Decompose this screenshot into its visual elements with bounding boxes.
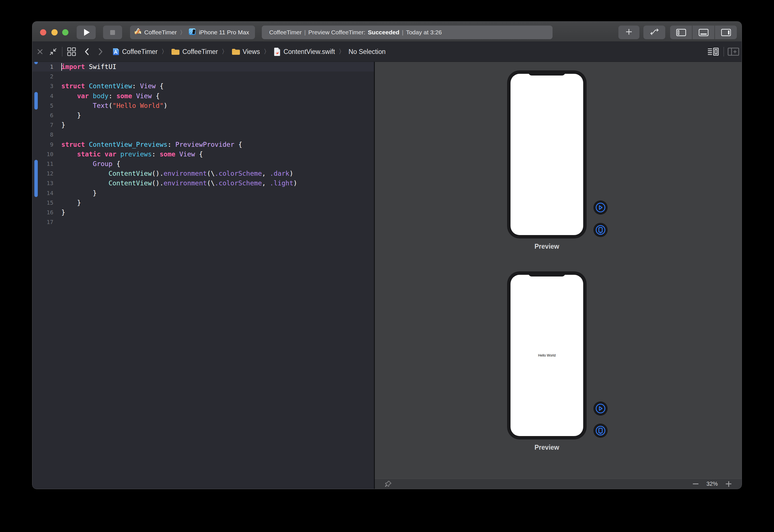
code-line[interactable]: 2 xyxy=(32,72,374,81)
code-line[interactable]: 5 Text("Hello World") xyxy=(32,101,374,110)
editor-options-button[interactable] xyxy=(707,47,719,56)
close-window-button[interactable] xyxy=(40,29,46,35)
minus-icon xyxy=(693,483,698,484)
line-number[interactable]: 17 xyxy=(32,219,53,225)
code-line[interactable]: 12 ContentView().environment(\.colorSche… xyxy=(32,169,374,178)
live-preview-button[interactable] xyxy=(593,401,608,416)
line-number[interactable]: 6 xyxy=(32,112,53,119)
code-line[interactable]: 8 xyxy=(32,130,374,139)
stop-icon xyxy=(110,30,115,35)
preview-screen-text: Hello World xyxy=(538,353,556,357)
breadcrumb-label: No Selection xyxy=(349,48,386,56)
code-line[interactable]: 14 } xyxy=(32,188,374,198)
preview-canvas-body: Preview xyxy=(375,62,742,479)
chevron-right-icon: 〉 xyxy=(180,29,185,36)
minimize-window-button[interactable] xyxy=(51,29,58,35)
status-action: Preview CoffeeTimer: xyxy=(308,29,365,36)
activity-status-bar[interactable]: CoffeeTimer | Preview CoffeeTimer: Succe… xyxy=(262,26,553,39)
app-scheme-icon xyxy=(134,28,142,37)
line-number[interactable]: 15 xyxy=(32,199,53,206)
source-change-bar[interactable] xyxy=(34,92,38,110)
divider xyxy=(723,47,724,56)
code-line[interactable]: 3struct ContentView: View { xyxy=(32,81,374,91)
line-number[interactable]: 7 xyxy=(32,122,53,128)
breadcrumb-item[interactable]: No Selection xyxy=(349,48,386,56)
add-editor-button[interactable] xyxy=(727,47,739,56)
code-rows: 1import SwiftUI23struct ContentView: Vie… xyxy=(32,62,374,227)
breadcrumb-separator: 〉 xyxy=(222,47,228,56)
code-line[interactable]: 13 ContentView().environment(\.colorSche… xyxy=(32,178,374,188)
line-number[interactable]: 9 xyxy=(32,141,53,148)
device-screen: Hello World xyxy=(511,275,583,436)
scheme-device-label: iPhone 11 Pro Max xyxy=(199,29,249,36)
device-screen xyxy=(511,74,583,235)
line-number[interactable]: 1 xyxy=(32,63,53,70)
code-text: } xyxy=(61,189,97,197)
breadcrumb-item[interactable]: Views xyxy=(232,48,260,56)
breadcrumb-item[interactable]: ContentView.swift xyxy=(273,47,335,56)
breadcrumb-item[interactable]: CoffeeTimer xyxy=(171,48,218,56)
code-line[interactable]: 10 static var previews: some View { xyxy=(32,149,374,159)
code-line[interactable]: 6 } xyxy=(32,110,374,120)
code-line[interactable]: 17 xyxy=(32,217,374,227)
zoom-in-button[interactable] xyxy=(725,481,732,487)
close-icon xyxy=(36,48,44,55)
go-forward-button[interactable] xyxy=(96,47,104,56)
line-number[interactable]: 3 xyxy=(32,83,53,89)
scheme-target-label: CoffeeTimer xyxy=(144,29,177,36)
stop-button[interactable] xyxy=(103,26,122,39)
source-change-bar[interactable] xyxy=(34,160,38,197)
line-number[interactable]: 2 xyxy=(32,73,53,80)
breadcrumb-separator: 〉 xyxy=(339,47,345,56)
code-text: struct ContentView_Previews: PreviewProv… xyxy=(61,141,242,148)
device-circle-icon xyxy=(595,225,606,235)
code-line[interactable]: 16} xyxy=(32,208,374,217)
related-items-button[interactable] xyxy=(67,47,76,56)
focus-editor-button[interactable] xyxy=(49,47,57,56)
editor-options-icon xyxy=(707,47,719,56)
code-line[interactable]: 1import SwiftUI xyxy=(32,62,374,72)
code-text: Group { xyxy=(61,160,120,167)
run-button[interactable] xyxy=(77,26,96,39)
code-text: Text("Hello World") xyxy=(61,102,168,109)
preview-title: Preview xyxy=(507,444,587,451)
collapse-arrows-icon xyxy=(49,47,57,56)
line-number[interactable]: 10 xyxy=(32,151,53,158)
preview-on-device-button[interactable] xyxy=(593,223,608,237)
code-text: } xyxy=(61,209,65,216)
line-number[interactable]: 16 xyxy=(32,209,53,216)
code-line[interactable]: 4 var body: some View { xyxy=(32,91,374,101)
editor-arrangement-button[interactable] xyxy=(643,26,665,39)
play-circle-icon xyxy=(595,403,606,414)
pin-preview-button[interactable] xyxy=(384,480,392,488)
plus-icon xyxy=(625,28,633,37)
breadcrumb-item[interactable]: CoffeeTimer xyxy=(112,48,158,56)
library-add-button[interactable] xyxy=(618,26,639,39)
toggle-inspector-button[interactable] xyxy=(715,26,737,39)
status-separator: | xyxy=(304,29,306,36)
live-preview-button[interactable] xyxy=(593,200,608,215)
close-preview-button[interactable] xyxy=(36,48,44,55)
toggle-navigator-button[interactable] xyxy=(670,26,692,39)
plus-icon xyxy=(726,483,731,484)
code-line[interactable]: 11 Group { xyxy=(32,159,374,169)
device-preview-light[interactable]: Hello World xyxy=(507,271,587,439)
zoom-out-button[interactable] xyxy=(692,481,699,487)
toggle-debug-area-button[interactable] xyxy=(693,26,714,39)
desktop: CoffeeTimer 〉 iPhone 11 Pro Max xyxy=(0,0,774,532)
status-time: Today at 3:26 xyxy=(406,29,442,36)
code-text: ContentView().environment(\.colorScheme,… xyxy=(61,170,293,177)
code-line[interactable]: 9struct ContentView_Previews: PreviewPro… xyxy=(32,140,374,149)
preview-on-device-button[interactable] xyxy=(593,424,608,438)
code-line[interactable]: 15 } xyxy=(32,198,374,208)
pin-icon xyxy=(384,480,392,488)
code-line[interactable]: 7} xyxy=(32,120,374,130)
source-editor[interactable]: 1import SwiftUI23struct ContentView: Vie… xyxy=(32,62,374,489)
scheme-selector[interactable]: CoffeeTimer 〉 iPhone 11 Pro Max xyxy=(130,26,255,39)
go-back-button[interactable] xyxy=(83,47,91,56)
device-preview-dark[interactable] xyxy=(507,70,587,238)
line-number[interactable]: 8 xyxy=(32,131,53,138)
panel-toggle-group xyxy=(670,26,737,39)
zoom-window-button[interactable] xyxy=(62,29,68,35)
add-editor-icon xyxy=(727,47,739,56)
